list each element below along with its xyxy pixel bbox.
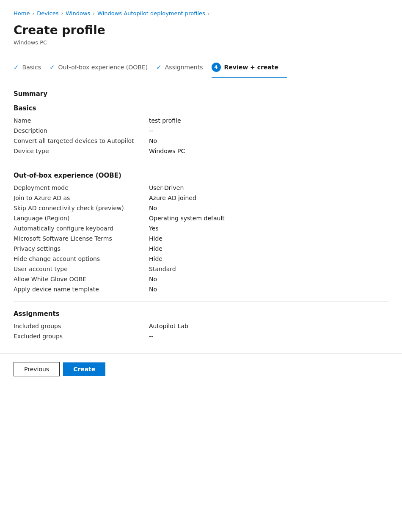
oobe-keyboard-val: Yes	[149, 225, 388, 232]
previous-button[interactable]: Previous	[14, 362, 60, 376]
basics-convert-key: Convert all targeted devices to Autopilo…	[14, 137, 149, 144]
oobe-skipad-key: Skip AD connectivity check (preview)	[14, 205, 149, 211]
breadcrumb-sep-2: ›	[61, 11, 63, 16]
step-basics-label: Basics	[22, 64, 41, 71]
basics-devicetype-key: Device type	[14, 148, 149, 154]
step-review-badge: 4	[212, 63, 221, 72]
step-assignments[interactable]: ✓ Assignments	[156, 58, 211, 77]
step-assignments-check: ✓	[156, 63, 162, 71]
oobe-privacy-val: Hide	[149, 245, 388, 252]
oobe-language-val: Operating system default	[149, 215, 388, 222]
footer: Previous Create	[0, 353, 402, 385]
basics-section-title: Basics	[14, 104, 388, 112]
summary-heading: Summary	[14, 90, 388, 98]
oobe-grid: Deployment mode User-Driven Join to Azur…	[14, 184, 388, 293]
oobe-hideaccount-val: Hide	[149, 255, 388, 262]
oobe-useracctype-key: User account type	[14, 266, 149, 272]
basics-convert-val: No	[149, 137, 388, 144]
oobe-useracctype-val: Standard	[149, 266, 388, 272]
basics-devicetype-val: Windows PC	[149, 148, 388, 154]
page-subtitle: Windows PC	[14, 39, 388, 46]
step-oobe-check: ✓	[50, 63, 55, 71]
assignments-grid: Included groups Autopilot Lab Excluded g…	[14, 323, 388, 340]
basics-desc-key: Description	[14, 127, 149, 134]
oobe-license-key: Microsoft Software License Terms	[14, 235, 149, 242]
oobe-joinazure-key: Join to Azure AD as	[14, 195, 149, 201]
oobe-keyboard-key: Automatically configure keyboard	[14, 225, 149, 232]
oobe-language-key: Language (Region)	[14, 215, 149, 222]
assignments-excluded-val: --	[149, 333, 388, 340]
divider-1	[14, 163, 388, 163]
assignments-included-key: Included groups	[14, 323, 149, 329]
step-assignments-label: Assignments	[165, 64, 203, 71]
oobe-whiteglove-key: Allow White Glove OOBE	[14, 276, 149, 282]
divider-2	[14, 301, 388, 302]
breadcrumb-autopilot[interactable]: Windows Autopilot deployment profiles	[97, 10, 205, 16]
oobe-license-val: Hide	[149, 235, 388, 242]
assignments-included-val: Autopilot Lab	[149, 323, 388, 329]
oobe-whiteglove-val: No	[149, 276, 388, 282]
basics-grid: Name test profile Description -- Convert…	[14, 117, 388, 154]
breadcrumb-windows[interactable]: Windows	[66, 10, 90, 16]
step-basics-check: ✓	[14, 63, 19, 71]
oobe-hideaccount-key: Hide change account options	[14, 255, 149, 262]
basics-name-key: Name	[14, 117, 149, 124]
breadcrumb-home[interactable]: Home	[14, 10, 30, 16]
oobe-joinazure-val: Azure AD joined	[149, 195, 388, 201]
step-basics[interactable]: ✓ Basics	[14, 58, 50, 77]
oobe-deploymode-key: Deployment mode	[14, 184, 149, 191]
oobe-devicename-key: Apply device name template	[14, 286, 149, 293]
step-review-label: Review + create	[224, 64, 278, 71]
create-button[interactable]: Create	[63, 362, 105, 376]
breadcrumb-sep-1: ›	[32, 11, 34, 16]
oobe-deploymode-val: User-Driven	[149, 184, 388, 191]
step-oobe-label: Out-of-box experience (OOBE)	[58, 64, 148, 71]
oobe-privacy-key: Privacy settings	[14, 245, 149, 252]
assignments-excluded-key: Excluded groups	[14, 333, 149, 340]
breadcrumb: Home › Devices › Windows › Windows Autop…	[14, 10, 388, 16]
oobe-devicename-val: No	[149, 286, 388, 293]
oobe-skipad-val: No	[149, 205, 388, 211]
basics-desc-val: --	[149, 127, 388, 134]
breadcrumb-devices[interactable]: Devices	[37, 10, 58, 16]
step-oobe[interactable]: ✓ Out-of-box experience (OOBE)	[50, 58, 156, 77]
basics-name-val: test profile	[149, 117, 388, 124]
step-review[interactable]: 4 Review + create	[212, 58, 287, 78]
assignments-section-title: Assignments	[14, 310, 388, 318]
page-title: Create profile	[14, 23, 388, 38]
breadcrumb-sep-4: ›	[208, 11, 210, 16]
oobe-section-title: Out-of-box experience (OOBE)	[14, 172, 388, 179]
steps-bar: ✓ Basics ✓ Out-of-box experience (OOBE) …	[14, 58, 388, 78]
breadcrumb-sep-3: ›	[93, 11, 95, 16]
